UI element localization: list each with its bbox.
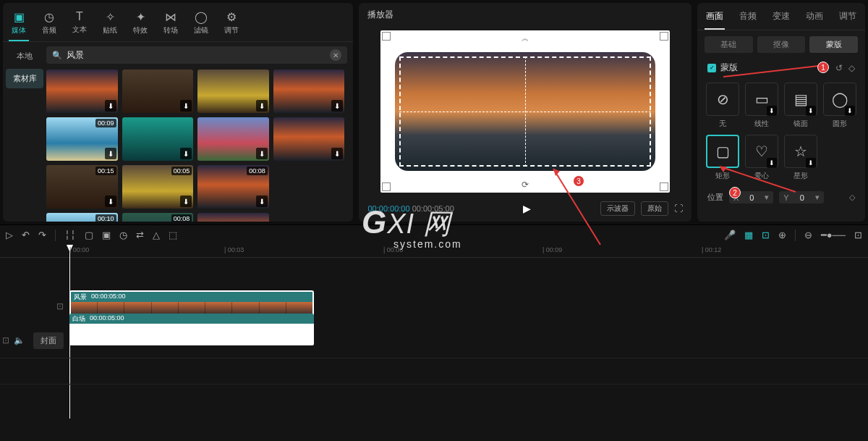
download-icon[interactable]: ⬇ — [256, 100, 268, 112]
props-tab-2[interactable]: 变速 — [771, 7, 791, 30]
download-icon[interactable]: ⬇ — [180, 100, 192, 112]
props-tab-0[interactable]: 画面 — [705, 7, 725, 30]
mirror-button[interactable]: △ — [153, 230, 160, 240]
media-thumb[interactable]: ⬇ — [273, 70, 345, 113]
crop-button[interactable]: ⬚ — [169, 230, 177, 240]
media-thumb[interactable]: ⬇ — [46, 70, 118, 113]
speed-button[interactable]: ◷ — [119, 230, 127, 240]
zoom-slider[interactable]: ━●── — [821, 230, 846, 240]
mask-type-4[interactable]: ▢矩形 — [706, 135, 739, 181]
download-icon[interactable]: ⬇ — [256, 196, 268, 207]
download-icon[interactable]: ⬇ — [331, 148, 343, 159]
annotation-badge-1: 1 — [817, 62, 829, 73]
media-thumb[interactable]: ⬇ — [273, 117, 345, 161]
freeze-button[interactable]: ▣ — [102, 230, 111, 240]
ratio-button[interactable]: 原始 — [641, 201, 668, 216]
top-tab-5[interactable]: ⋈转场 — [161, 7, 181, 41]
keyframe-icon[interactable]: ◇ — [848, 63, 855, 73]
position-keyframe-icon[interactable]: ◇ — [849, 193, 855, 202]
track-mute-icon[interactable]: 🔈 — [14, 335, 25, 345]
props-subtab-2[interactable]: 蒙版 — [809, 36, 858, 53]
timeline-ruler[interactable]: | 00:00| 00:03| 00:06| 00:09| 00:12 — [0, 245, 868, 258]
props-tab-3[interactable]: 动画 — [804, 7, 825, 30]
top-tab-7[interactable]: ⚙调节 — [221, 7, 242, 41]
scope-button[interactable]: 示波器 — [600, 201, 635, 216]
clear-search-button[interactable]: ✕ — [330, 49, 341, 61]
media-thumb[interactable]: 00:08⬇ — [197, 165, 269, 209]
zoom-fit-button[interactable]: ⊡ — [854, 230, 862, 240]
download-icon[interactable]: ⬇ — [105, 100, 116, 112]
media-thumb[interactable]: ⬇ — [122, 117, 194, 161]
cover-button[interactable]: 封面 — [33, 332, 64, 349]
rotate-handle-icon[interactable]: ⟳ — [522, 180, 529, 190]
timeline[interactable]: | 00:00| 00:03| 00:06| 00:09| 00:12 ⊡ 风景… — [0, 245, 868, 441]
top-tab-1[interactable]: ◷音频 — [39, 7, 59, 41]
preview-stage[interactable]: ︽ ⟳ — [359, 27, 692, 196]
download-icon[interactable]: ⬇ — [331, 100, 343, 112]
mask-type-6[interactable]: ☆⬇星形 — [784, 135, 817, 181]
media-thumb[interactable]: ⬇ — [197, 213, 269, 222]
mic-button[interactable]: 🎤 — [724, 230, 736, 240]
download-icon[interactable]: ⬇ — [105, 148, 116, 159]
media-thumb[interactable]: 00:10⬇ — [46, 213, 118, 222]
play-button[interactable]: ▶ — [523, 203, 531, 214]
pointer-tool-button[interactable]: ▷ — [6, 230, 13, 240]
props-tab-1[interactable]: 音频 — [738, 7, 758, 30]
undo-button[interactable]: ↶ — [22, 230, 30, 240]
position-y-field[interactable]: Y▾ — [779, 191, 823, 203]
download-icon[interactable]: ⬇ — [180, 148, 192, 159]
mask-type-1[interactable]: ▭⬇线性 — [745, 83, 778, 129]
media-side-0[interactable]: 本地 — [6, 46, 43, 66]
media-thumb[interactable]: 00:08⬇ — [122, 213, 194, 222]
download-icon[interactable]: ⬇ — [767, 158, 777, 168]
white-clip[interactable]: 白场00:00:05:00 — [69, 314, 314, 345]
download-icon[interactable]: ⬇ — [105, 196, 116, 207]
download-icon[interactable]: ⬇ — [180, 196, 192, 207]
download-icon[interactable]: ⬇ — [845, 106, 855, 116]
mask-type-0[interactable]: ⊘无 — [706, 83, 739, 129]
props-tab-4[interactable]: 调节 — [838, 7, 858, 30]
snap-toggle-button[interactable]: ▦ — [744, 230, 753, 240]
media-thumb[interactable]: 00:05⬇ — [122, 165, 194, 209]
mask-type-5[interactable]: ♡⬇爱心 — [745, 135, 778, 181]
media-thumb[interactable]: 00:09⬇ — [46, 117, 118, 161]
canvas-content[interactable] — [395, 52, 655, 171]
top-tab-3[interactable]: ✧贴纸 — [100, 7, 120, 41]
top-tab-6[interactable]: ◯滤镜 — [191, 7, 211, 41]
mask-type-2[interactable]: ▤⬇镜面 — [784, 83, 817, 129]
media-thumb[interactable]: 00:15⬇ — [46, 165, 118, 209]
download-icon[interactable]: ⬇ — [806, 106, 816, 116]
split-button[interactable]: ╎╎ — [64, 230, 76, 240]
download-icon[interactable]: ⬇ — [256, 148, 268, 159]
props-subtab-1[interactable]: 抠像 — [757, 36, 806, 53]
collapse-handle-icon[interactable]: ︽ — [522, 33, 529, 43]
tab-label: 媒体 — [12, 25, 26, 35]
track-lock-icon[interactable]: ⊡ — [56, 301, 64, 311]
mask-enable-checkbox[interactable]: ✓ — [707, 64, 716, 72]
link-toggle-button[interactable]: ⊡ — [762, 230, 770, 240]
tab-icon: ✧ — [106, 10, 115, 24]
media-thumb[interactable]: ⬇ — [122, 70, 194, 113]
delete-button[interactable]: ▢ — [85, 230, 93, 240]
props-subtab-0[interactable]: 基础 — [705, 36, 753, 53]
top-tab-2[interactable]: T文本 — [69, 7, 90, 41]
search-input[interactable] — [67, 50, 330, 60]
media-thumb[interactable]: ⬇ — [197, 117, 269, 161]
media-thumb[interactable]: ⬇ — [197, 70, 269, 113]
download-icon[interactable]: ⬇ — [806, 158, 816, 168]
tab-label: 贴纸 — [103, 25, 117, 35]
redo-button[interactable]: ↷ — [38, 230, 46, 240]
reverse-button[interactable]: ⇄ — [136, 230, 144, 240]
thumb-duration: 00:09 — [95, 119, 116, 127]
fullscreen-button[interactable]: ⛶ — [674, 203, 683, 214]
track-lock-icon[interactable]: ⊡ — [2, 335, 9, 345]
reset-icon[interactable]: ↺ — [835, 63, 843, 73]
top-tab-4[interactable]: ✦特效 — [130, 7, 150, 41]
media-side-1[interactable]: 素材库 — [6, 69, 43, 88]
top-tab-0[interactable]: ▣媒体 — [9, 7, 29, 41]
mask-type-3[interactable]: ◯⬇圆形 — [823, 83, 856, 129]
align-button[interactable]: ⊕ — [778, 230, 786, 240]
download-icon[interactable]: ⬇ — [767, 106, 777, 116]
zoom-out-button[interactable]: ⊖ — [804, 230, 812, 240]
canvas-frame[interactable]: ︽ ⟳ — [380, 30, 670, 193]
